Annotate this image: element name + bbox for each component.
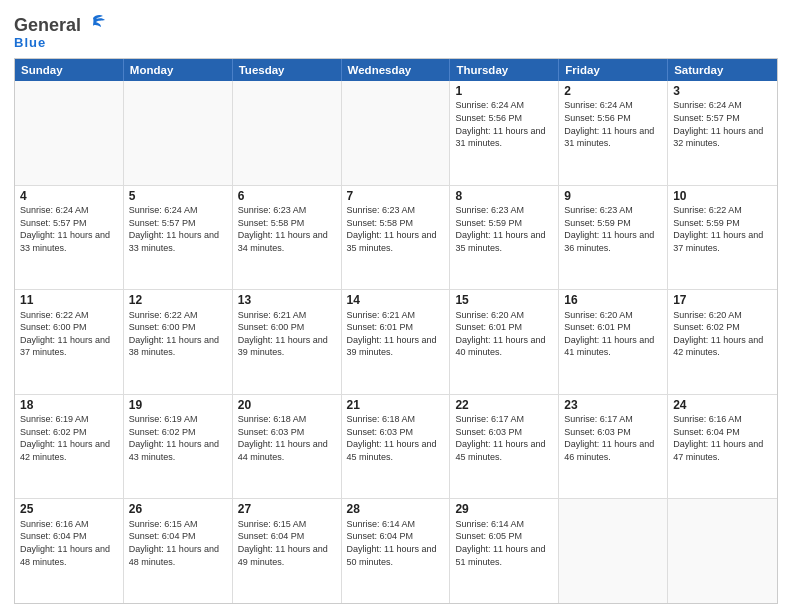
calendar-cell: 12Sunrise: 6:22 AM Sunset: 6:00 PM Dayli… [124, 290, 233, 394]
calendar-header-row: SundayMondayTuesdayWednesdayThursdayFrid… [15, 59, 777, 81]
day-number: 18 [20, 398, 118, 412]
calendar-cell: 18Sunrise: 6:19 AM Sunset: 6:02 PM Dayli… [15, 395, 124, 499]
calendar-week-row: 4Sunrise: 6:24 AM Sunset: 5:57 PM Daylig… [15, 185, 777, 290]
cell-daylight-info: Sunrise: 6:14 AM Sunset: 6:05 PM Dayligh… [455, 518, 553, 568]
calendar-cell: 4Sunrise: 6:24 AM Sunset: 5:57 PM Daylig… [15, 186, 124, 290]
day-number: 10 [673, 189, 772, 203]
calendar-cell: 2Sunrise: 6:24 AM Sunset: 5:56 PM Daylig… [559, 81, 668, 185]
cell-daylight-info: Sunrise: 6:20 AM Sunset: 6:01 PM Dayligh… [455, 309, 553, 359]
page: General Blue SundayMondayTuesdayWednesda… [0, 0, 792, 612]
day-number: 4 [20, 189, 118, 203]
calendar-cell: 21Sunrise: 6:18 AM Sunset: 6:03 PM Dayli… [342, 395, 451, 499]
day-number: 22 [455, 398, 553, 412]
cell-daylight-info: Sunrise: 6:15 AM Sunset: 6:04 PM Dayligh… [129, 518, 227, 568]
day-number: 13 [238, 293, 336, 307]
day-number: 15 [455, 293, 553, 307]
calendar-week-row: 25Sunrise: 6:16 AM Sunset: 6:04 PM Dayli… [15, 498, 777, 603]
day-number: 24 [673, 398, 772, 412]
calendar-cell: 14Sunrise: 6:21 AM Sunset: 6:01 PM Dayli… [342, 290, 451, 394]
calendar-cell [668, 499, 777, 603]
calendar-cell [15, 81, 124, 185]
calendar-cell: 20Sunrise: 6:18 AM Sunset: 6:03 PM Dayli… [233, 395, 342, 499]
calendar-body: 1Sunrise: 6:24 AM Sunset: 5:56 PM Daylig… [15, 81, 777, 603]
calendar-header-cell: Sunday [15, 59, 124, 81]
cell-daylight-info: Sunrise: 6:15 AM Sunset: 6:04 PM Dayligh… [238, 518, 336, 568]
calendar-cell: 13Sunrise: 6:21 AM Sunset: 6:00 PM Dayli… [233, 290, 342, 394]
day-number: 14 [347, 293, 445, 307]
cell-daylight-info: Sunrise: 6:20 AM Sunset: 6:02 PM Dayligh… [673, 309, 772, 359]
calendar-cell: 16Sunrise: 6:20 AM Sunset: 6:01 PM Dayli… [559, 290, 668, 394]
calendar-week-row: 18Sunrise: 6:19 AM Sunset: 6:02 PM Dayli… [15, 394, 777, 499]
cell-daylight-info: Sunrise: 6:16 AM Sunset: 6:04 PM Dayligh… [673, 413, 772, 463]
bird-icon [83, 14, 105, 32]
calendar-cell: 7Sunrise: 6:23 AM Sunset: 5:58 PM Daylig… [342, 186, 451, 290]
cell-daylight-info: Sunrise: 6:24 AM Sunset: 5:56 PM Dayligh… [455, 99, 553, 149]
day-number: 21 [347, 398, 445, 412]
day-number: 3 [673, 84, 772, 98]
cell-daylight-info: Sunrise: 6:21 AM Sunset: 6:01 PM Dayligh… [347, 309, 445, 359]
day-number: 7 [347, 189, 445, 203]
calendar-header-cell: Tuesday [233, 59, 342, 81]
header: General Blue [14, 12, 778, 50]
logo-general: General [14, 16, 81, 34]
cell-daylight-info: Sunrise: 6:24 AM Sunset: 5:57 PM Dayligh… [673, 99, 772, 149]
calendar-header-cell: Wednesday [342, 59, 451, 81]
calendar-cell: 9Sunrise: 6:23 AM Sunset: 5:59 PM Daylig… [559, 186, 668, 290]
day-number: 25 [20, 502, 118, 516]
calendar-cell [233, 81, 342, 185]
calendar-cell: 23Sunrise: 6:17 AM Sunset: 6:03 PM Dayli… [559, 395, 668, 499]
logo-blue-label: Blue [14, 35, 46, 50]
day-number: 28 [347, 502, 445, 516]
cell-daylight-info: Sunrise: 6:18 AM Sunset: 6:03 PM Dayligh… [238, 413, 336, 463]
cell-daylight-info: Sunrise: 6:24 AM Sunset: 5:57 PM Dayligh… [20, 204, 118, 254]
cell-daylight-info: Sunrise: 6:23 AM Sunset: 5:58 PM Dayligh… [238, 204, 336, 254]
day-number: 16 [564, 293, 662, 307]
cell-daylight-info: Sunrise: 6:22 AM Sunset: 5:59 PM Dayligh… [673, 204, 772, 254]
calendar-cell: 17Sunrise: 6:20 AM Sunset: 6:02 PM Dayli… [668, 290, 777, 394]
cell-daylight-info: Sunrise: 6:22 AM Sunset: 6:00 PM Dayligh… [20, 309, 118, 359]
calendar-cell: 5Sunrise: 6:24 AM Sunset: 5:57 PM Daylig… [124, 186, 233, 290]
calendar-header-cell: Saturday [668, 59, 777, 81]
calendar-cell [124, 81, 233, 185]
cell-daylight-info: Sunrise: 6:19 AM Sunset: 6:02 PM Dayligh… [20, 413, 118, 463]
cell-daylight-info: Sunrise: 6:23 AM Sunset: 5:58 PM Dayligh… [347, 204, 445, 254]
calendar-cell: 3Sunrise: 6:24 AM Sunset: 5:57 PM Daylig… [668, 81, 777, 185]
day-number: 6 [238, 189, 336, 203]
day-number: 26 [129, 502, 227, 516]
calendar-cell: 1Sunrise: 6:24 AM Sunset: 5:56 PM Daylig… [450, 81, 559, 185]
day-number: 27 [238, 502, 336, 516]
calendar-cell: 19Sunrise: 6:19 AM Sunset: 6:02 PM Dayli… [124, 395, 233, 499]
calendar-cell: 25Sunrise: 6:16 AM Sunset: 6:04 PM Dayli… [15, 499, 124, 603]
cell-daylight-info: Sunrise: 6:23 AM Sunset: 5:59 PM Dayligh… [455, 204, 553, 254]
calendar-cell: 10Sunrise: 6:22 AM Sunset: 5:59 PM Dayli… [668, 186, 777, 290]
cell-daylight-info: Sunrise: 6:24 AM Sunset: 5:57 PM Dayligh… [129, 204, 227, 254]
cell-daylight-info: Sunrise: 6:18 AM Sunset: 6:03 PM Dayligh… [347, 413, 445, 463]
day-number: 23 [564, 398, 662, 412]
calendar-cell: 26Sunrise: 6:15 AM Sunset: 6:04 PM Dayli… [124, 499, 233, 603]
day-number: 9 [564, 189, 662, 203]
cell-daylight-info: Sunrise: 6:24 AM Sunset: 5:56 PM Dayligh… [564, 99, 662, 149]
calendar-header-cell: Monday [124, 59, 233, 81]
day-number: 11 [20, 293, 118, 307]
calendar-header-cell: Thursday [450, 59, 559, 81]
calendar: SundayMondayTuesdayWednesdayThursdayFrid… [14, 58, 778, 604]
calendar-cell: 24Sunrise: 6:16 AM Sunset: 6:04 PM Dayli… [668, 395, 777, 499]
cell-daylight-info: Sunrise: 6:23 AM Sunset: 5:59 PM Dayligh… [564, 204, 662, 254]
calendar-week-row: 1Sunrise: 6:24 AM Sunset: 5:56 PM Daylig… [15, 81, 777, 185]
calendar-header-cell: Friday [559, 59, 668, 81]
day-number: 8 [455, 189, 553, 203]
calendar-cell: 22Sunrise: 6:17 AM Sunset: 6:03 PM Dayli… [450, 395, 559, 499]
cell-daylight-info: Sunrise: 6:22 AM Sunset: 6:00 PM Dayligh… [129, 309, 227, 359]
calendar-cell: 8Sunrise: 6:23 AM Sunset: 5:59 PM Daylig… [450, 186, 559, 290]
calendar-cell: 28Sunrise: 6:14 AM Sunset: 6:04 PM Dayli… [342, 499, 451, 603]
day-number: 2 [564, 84, 662, 98]
calendar-cell: 15Sunrise: 6:20 AM Sunset: 6:01 PM Dayli… [450, 290, 559, 394]
day-number: 19 [129, 398, 227, 412]
calendar-cell [342, 81, 451, 185]
calendar-week-row: 11Sunrise: 6:22 AM Sunset: 6:00 PM Dayli… [15, 289, 777, 394]
day-number: 17 [673, 293, 772, 307]
cell-daylight-info: Sunrise: 6:19 AM Sunset: 6:02 PM Dayligh… [129, 413, 227, 463]
cell-daylight-info: Sunrise: 6:17 AM Sunset: 6:03 PM Dayligh… [564, 413, 662, 463]
calendar-cell: 6Sunrise: 6:23 AM Sunset: 5:58 PM Daylig… [233, 186, 342, 290]
day-number: 20 [238, 398, 336, 412]
